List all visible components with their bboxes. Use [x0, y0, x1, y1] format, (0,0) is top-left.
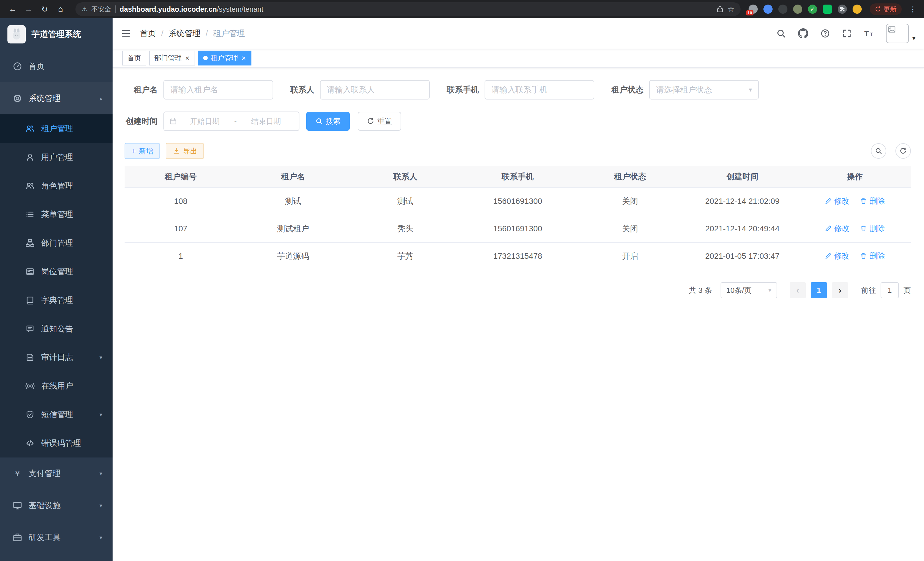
omnibox-divider [115, 5, 116, 13]
sidebar-item-dict-management[interactable]: 字典管理 [0, 286, 112, 314]
sidebar-item-menu-management[interactable]: 菜单管理 [0, 200, 112, 229]
contact-input[interactable] [320, 80, 430, 99]
hide-search-button[interactable] [871, 143, 886, 159]
sidebar: 芋道管理系统 首页 系统管理 ▴ 租户管理 用户管理 角色管理 [0, 18, 112, 561]
app-logo[interactable]: 芋道管理系统 [0, 18, 112, 50]
sidebar-item-role-management[interactable]: 角色管理 [0, 171, 112, 200]
gear-icon [13, 93, 22, 103]
edit-button[interactable]: 修改 [825, 223, 850, 234]
edit-button[interactable]: 修改 [825, 251, 850, 261]
sidebar-item-audit-log[interactable]: 审计日志 ▾ [0, 343, 112, 372]
cell-created: 2021-01-05 17:03:47 [686, 242, 799, 270]
tags-view: 首页 部门管理 × 租户管理 × [112, 49, 924, 68]
cell-tenant-id: 108 [124, 188, 237, 215]
extension-icon-2[interactable] [764, 5, 772, 14]
sidebar-item-home[interactable]: 首页 [0, 50, 112, 82]
add-button[interactable]: + 新增 [124, 143, 160, 159]
goto-label: 前往 [861, 285, 876, 295]
cell-contact: 测试 [349, 188, 461, 215]
delete-label: 删除 [869, 251, 885, 261]
sidebar-item-user-management[interactable]: 用户管理 [0, 143, 112, 171]
user-avatar-menu[interactable]: ▾ [886, 24, 915, 43]
delete-button[interactable]: 删除 [860, 223, 885, 234]
reload-button[interactable]: ↻ [38, 2, 51, 16]
sidebar-item-payment[interactable]: ¥ 支付管理 ▾ [0, 457, 112, 490]
close-icon[interactable]: × [184, 54, 190, 62]
next-page-button[interactable]: › [832, 282, 848, 298]
browser-menu-icon[interactable]: ⋮ [908, 5, 918, 14]
extension-icon-1[interactable]: 10 [748, 5, 758, 14]
phone-input[interactable] [484, 80, 594, 99]
edit-button[interactable]: 修改 [825, 196, 850, 206]
help-icon[interactable] [820, 29, 830, 38]
delete-button[interactable]: 删除 [860, 251, 885, 261]
org-tree-icon [25, 238, 35, 248]
sidebar-item-post-management[interactable]: 岗位管理 [0, 257, 112, 286]
github-icon[interactable] [798, 28, 808, 39]
sidebar-toggle-icon[interactable] [121, 29, 131, 38]
home-button[interactable]: ⌂ [54, 2, 68, 16]
code-icon [25, 438, 35, 448]
export-button[interactable]: 导出 [166, 143, 204, 159]
forward-button[interactable]: → [22, 2, 35, 16]
url-host: dashboard.yudao.iocoder.cn [120, 5, 217, 13]
prev-page-button[interactable]: ‹ [790, 282, 806, 298]
create-time-label: 创建时间 [124, 116, 158, 127]
extension-badge: 10 [746, 10, 753, 15]
sidebar-item-infrastructure[interactable]: 基础设施 ▾ [0, 490, 112, 522]
chevron-down-icon: ▾ [99, 354, 102, 361]
sidebar-item-online-users[interactable]: 在线用户 [0, 372, 112, 400]
back-button[interactable]: ← [6, 2, 20, 16]
tab-tenant-management[interactable]: 租户管理 × [198, 51, 251, 65]
contact-label: 联系人 [290, 84, 314, 95]
address-bar[interactable]: ⚠ 不安全 dashboard.yudao.iocoder.cn/system/… [75, 2, 741, 16]
breadcrumb-system[interactable]: 系统管理 [169, 28, 201, 39]
delete-button[interactable]: 删除 [860, 196, 885, 206]
tab-home[interactable]: 首页 [122, 51, 146, 65]
extension-icon-3[interactable] [778, 5, 788, 14]
sidebar-item-system-management[interactable]: 系统管理 ▴ [0, 82, 112, 114]
sidebar-item-label: 系统管理 [28, 93, 61, 104]
cell-tenant-id: 107 [124, 215, 237, 242]
goto-page-input[interactable] [880, 282, 899, 298]
table-row[interactable]: 1 芋道源码 芋艿 17321315478 开启 2021-01-05 17:0… [124, 242, 911, 270]
page-number-1[interactable]: 1 [811, 282, 827, 298]
search-button[interactable]: 搜索 [306, 112, 350, 131]
create-time-range-picker[interactable]: 开始日期 - 结束日期 [164, 111, 299, 131]
search-icon[interactable] [776, 29, 786, 38]
filter-row-1: 租户名 联系人 联系手机 租户状态 请选择租户状态 ▾ [124, 80, 911, 99]
fullscreen-icon[interactable] [842, 29, 852, 38]
chrome-update-button[interactable]: 更新 [870, 3, 902, 15]
sidebar-item-sms-management[interactable]: 短信管理 ▾ [0, 400, 112, 429]
phone-label: 联系手机 [447, 84, 479, 95]
extension-icon-5[interactable]: ✓ [808, 5, 817, 14]
column-header: 租户编号 [124, 166, 237, 188]
extension-icon-4[interactable] [793, 5, 802, 14]
tenant-name-input[interactable] [164, 80, 273, 99]
reset-button[interactable]: 重置 [358, 112, 401, 131]
tab-dept-management[interactable]: 部门管理 × [149, 51, 195, 65]
browser-extensions: 10 ✓ 更新 ⋮ [748, 3, 918, 15]
breadcrumb-home[interactable]: 首页 [140, 28, 156, 39]
extension-icon-6[interactable] [823, 5, 832, 14]
profile-avatar[interactable] [853, 5, 862, 14]
sidebar-item-dept-management[interactable]: 部门管理 [0, 229, 112, 257]
filter-row-2: 创建时间 开始日期 - 结束日期 搜索 重置 [124, 111, 911, 131]
share-icon[interactable] [716, 5, 724, 13]
table-row[interactable]: 108 测试 测试 15601691300 关闭 2021-12-14 21:0… [124, 188, 911, 215]
tenant-status-select[interactable]: 请选择租户状态 ▾ [649, 80, 759, 99]
total-count: 共 3 条 [689, 285, 712, 295]
start-date-placeholder: 开始日期 [177, 116, 232, 126]
sidebar-item-dev-tools[interactable]: 研发工具 ▾ [0, 522, 112, 553]
refresh-table-button[interactable] [896, 143, 911, 159]
sidebar-item-notice[interactable]: 通知公告 [0, 314, 112, 343]
font-size-icon[interactable]: TT [864, 29, 874, 38]
sidebar-item-error-code[interactable]: 错误码管理 [0, 429, 112, 457]
table-row[interactable]: 107 测试租户 秃头 15601691300 关闭 2021-12-14 20… [124, 215, 911, 242]
close-icon[interactable]: × [241, 54, 246, 62]
cell-actions: 修改 删除 [799, 215, 911, 242]
page-size-select[interactable]: 10条/页 ▾ [721, 282, 777, 298]
extensions-puzzle-icon[interactable] [838, 5, 847, 14]
bookmark-star-icon[interactable]: ☆ [728, 5, 734, 14]
sidebar-item-tenant-management[interactable]: 租户管理 [0, 114, 112, 143]
